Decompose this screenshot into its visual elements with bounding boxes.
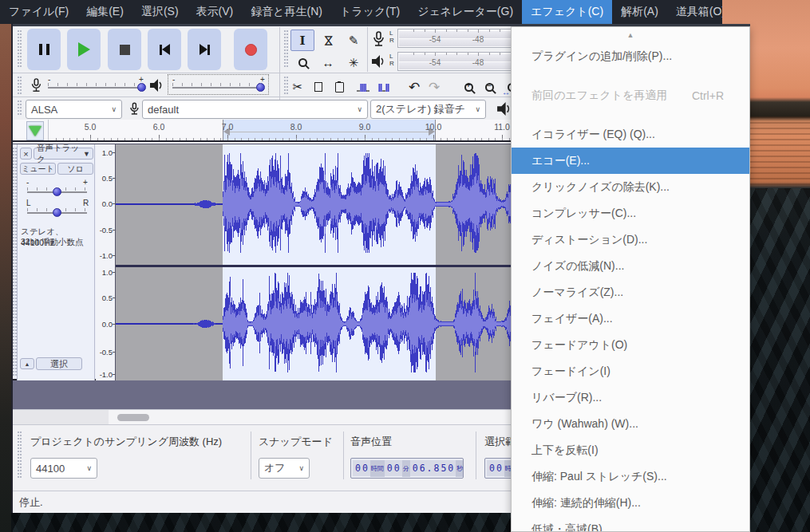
menubar-item[interactable]: 編集(E) — [77, 0, 132, 24]
effects-menu-item[interactable]: ノイズの低減(N)... — [512, 253, 749, 279]
effects-menu-item[interactable]: 伸縮: 連続的伸縮(H)... — [512, 490, 749, 516]
effects-menu-item[interactable]: フェードイン(I) — [512, 358, 749, 384]
audio-position-display[interactable]: 00時間00分06.850秒▼ — [350, 458, 464, 479]
scrollbar-thumb[interactable] — [117, 414, 149, 421]
effects-menu-item[interactable]: 伸縮: Paul ストレッチ(S)... — [512, 463, 749, 490]
meter-tick — [500, 53, 500, 55]
ruler-minor-tick — [124, 138, 125, 140]
undo-icon: ↶ — [409, 79, 420, 96]
record-volume-thumb[interactable] — [137, 83, 146, 92]
time-digits[interactable]: 00 — [353, 460, 370, 476]
gain-thumb[interactable] — [53, 187, 61, 196]
play-button[interactable] — [67, 29, 101, 70]
playback-volume-slider[interactable] — [172, 87, 263, 89]
transport-toolbar-grabber[interactable] — [18, 30, 22, 69]
menubar-item[interactable]: ファイル(F) — [0, 0, 77, 24]
effects-menu-item[interactable]: ディストーション(D)... — [512, 227, 749, 253]
ruler-minor-tick — [365, 138, 365, 140]
menubar-item[interactable]: 解析(A) — [612, 0, 667, 24]
solo-button[interactable]: ソロ — [57, 163, 93, 175]
redo-button[interactable]: ↷ — [424, 77, 445, 97]
copy-button[interactable] — [308, 77, 329, 97]
menu-item-label: イコライザー (EQ) (Q)... — [531, 128, 655, 142]
menubar-item[interactable]: 選択(S) — [132, 0, 188, 24]
sample-rate-select[interactable]: 44100∨ — [30, 458, 97, 479]
effects-menu-item[interactable]: 前回のエフェクトを再適用Ctrl+R — [512, 82, 749, 108]
scale-label: 0.5 — [102, 294, 113, 302]
time-shift-tool-button[interactable]: ↔ — [316, 52, 340, 73]
zoom-tool-button[interactable] — [290, 52, 314, 73]
mute-button[interactable]: ミュート — [20, 163, 56, 175]
effects-menu-item[interactable]: クリックノイズの除去(K)... — [512, 174, 749, 200]
selection-tool-button[interactable]: I — [290, 30, 314, 51]
effects-menu-item[interactable]: エコー(E)... — [512, 148, 749, 174]
effects-menu-item[interactable]: コンプレッサー(C)... — [512, 200, 749, 227]
skip-to-end-button[interactable] — [188, 29, 221, 70]
menubar-item[interactable]: 表示(V) — [188, 0, 243, 24]
effects-menu-item[interactable]: イコライザー (EQ) (Q)... — [512, 121, 749, 148]
effects-menu-item[interactable]: 上下を反転(I) — [512, 437, 749, 463]
selection-toolbar-grabber[interactable] — [18, 432, 22, 479]
track-close-button[interactable]: × — [20, 148, 32, 160]
gain-plus: + — [83, 178, 88, 187]
silence-audio-button[interactable] — [373, 77, 394, 97]
menubar-item[interactable]: ジェネレーター(G) — [409, 0, 522, 24]
multi-tool-button[interactable]: ✳ — [342, 52, 365, 73]
time-digits[interactable]: 06.850 — [410, 460, 456, 476]
time-digits[interactable]: 00 — [385, 460, 402, 476]
ruler-minor-tick — [338, 138, 338, 140]
effects-menu-item[interactable]: 低域・高域(B)... — [512, 516, 749, 532]
waveform-channel-right[interactable] — [116, 267, 515, 381]
skip-to-start-icon — [160, 44, 170, 55]
track-select-button[interactable]: 選択 — [36, 357, 82, 370]
effects-menu-item[interactable]: リバーブ(R)... — [512, 384, 749, 411]
trim-audio-button[interactable] — [353, 77, 373, 97]
device-toolbar-grabber[interactable] — [18, 100, 22, 116]
menubar-item[interactable]: エフェクト(C) — [522, 0, 612, 24]
meter-tick — [468, 53, 468, 55]
menubar-item[interactable]: 道具箱(O) — [667, 0, 722, 24]
waveform-channel-left[interactable] — [116, 144, 515, 265]
ruler-minor-tick — [378, 138, 379, 140]
effects-menu-item[interactable]: ノーマライズ(Z)... — [512, 279, 749, 305]
play-meter-speaker-icon — [370, 53, 388, 71]
stop-button[interactable] — [108, 29, 141, 70]
time-digits[interactable]: 00 — [487, 460, 504, 476]
recording-device-select[interactable]: default∨ — [142, 100, 368, 119]
meter-tick — [446, 30, 447, 32]
mixer-toolbar-grabber[interactable] — [18, 77, 22, 94]
menubar-item[interactable]: 録音と再生(N) — [242, 0, 331, 24]
undo-button[interactable]: ↶ — [404, 77, 425, 97]
effects-menu-item[interactable]: ワウ (Wahwah) (W)... — [512, 411, 749, 437]
ruler-time-label: 9.0 — [359, 122, 371, 132]
effects-menu-item[interactable]: フェイザー(A)... — [512, 305, 749, 332]
paste-button[interactable] — [329, 77, 350, 97]
track-title-menu[interactable]: 音声トラック ▼ — [34, 148, 93, 160]
audio-host-select[interactable]: ALSA∨ — [26, 100, 122, 119]
skip-to-start-button[interactable] — [148, 29, 181, 70]
recording-channels-select[interactable]: 2(ステレオ) 録音チ∨ — [370, 100, 486, 119]
ruler-minor-tick — [269, 138, 270, 140]
pause-button[interactable] — [27, 29, 61, 70]
waveform-area[interactable] — [116, 144, 515, 381]
timeline-options-button[interactable] — [26, 121, 44, 140]
menubar-item[interactable]: トラック(T) — [331, 0, 409, 24]
draw-tool-button[interactable]: ✎ — [342, 30, 365, 51]
pan-thumb[interactable] — [53, 208, 61, 217]
snap-mode-select[interactable]: オフ∨ — [259, 458, 310, 479]
cut-button[interactable]: ✂ — [287, 77, 308, 97]
menu-scroll-up[interactable]: ▲ — [512, 27, 749, 43]
tools-toolbar-grabber[interactable] — [284, 30, 288, 69]
zoom-out-button[interactable] — [479, 77, 500, 97]
record-button[interactable] — [234, 29, 267, 70]
record-volume-slider[interactable] — [48, 87, 144, 89]
playback-volume-thumb[interactable] — [256, 83, 265, 92]
effects-menu-item[interactable]: プラグインの追加/削除(P)... — [512, 43, 749, 69]
track-collapse-button[interactable]: ▲ — [20, 358, 34, 369]
vertical-scale-ruler[interactable]: 1.00.50.0-0.5-1.01.00.50.0-0.5-1.0 — [96, 144, 116, 381]
effects-menu-item[interactable]: フェードアウト(O) — [512, 332, 749, 358]
zoom-in-button[interactable] — [458, 77, 479, 97]
ruler-minor-tick — [207, 138, 207, 140]
envelope-tool-button[interactable]: ⋈ — [316, 30, 340, 51]
ruler-minor-tick — [214, 138, 215, 140]
